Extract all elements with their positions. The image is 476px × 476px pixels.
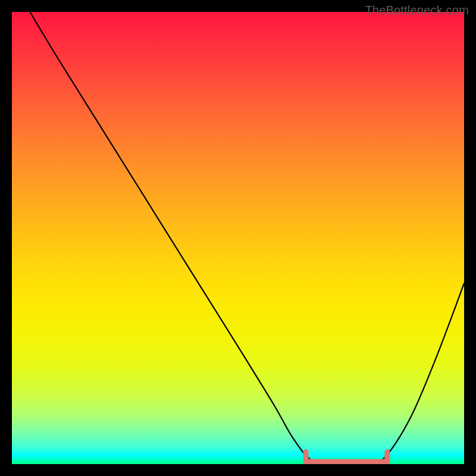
- bottleneck-curve: [30, 12, 464, 464]
- chart-svg: [12, 12, 464, 464]
- chart-plot-area: [12, 12, 464, 464]
- watermark-text: TheBottleneck.com: [365, 4, 469, 17]
